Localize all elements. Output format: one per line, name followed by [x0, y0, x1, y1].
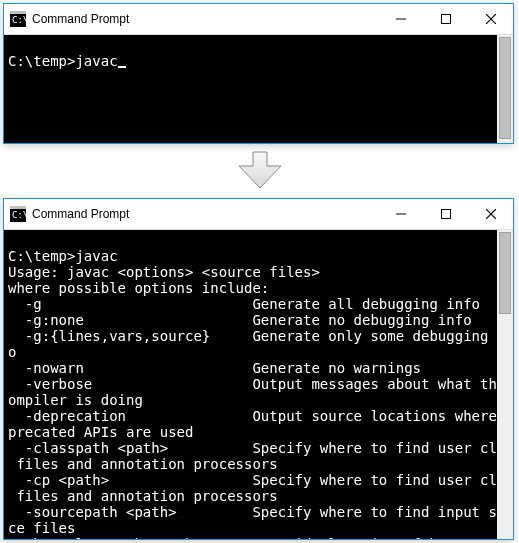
command-text: javac [75, 53, 117, 69]
down-arrow-icon [235, 150, 285, 190]
svg-rect-4 [441, 15, 450, 24]
titlebar: C:\ Command Prompt [4, 4, 513, 35]
console-line: where possible options include: [8, 280, 269, 296]
close-button[interactable] [468, 4, 513, 34]
scrollbar[interactable] [497, 35, 513, 143]
console-line: files and annotation processors [8, 488, 278, 504]
cmd-icon: C:\ [10, 11, 26, 27]
text-cursor [118, 66, 126, 68]
console-line: -g Generate all debugging info [8, 296, 480, 312]
svg-text:C:\: C:\ [12, 15, 26, 25]
console-line: -cp <path> Specify where to find user cl… [8, 472, 513, 488]
transition-arrow [3, 144, 516, 198]
console-line: -bootclasspath <path> Override location … [8, 536, 513, 539]
console-output[interactable]: C:\temp>javac Usage: javac <options> <so… [4, 230, 513, 539]
console-line: -nowarn Generate no warnings [8, 360, 421, 376]
console-line: C:\temp>javac [8, 248, 118, 264]
cmd-icon: C:\ [10, 206, 26, 222]
console-line: -verbose Output messages about what the … [8, 376, 513, 392]
console-output[interactable]: C:\temp>javac [4, 35, 513, 143]
console-line: -g:{lines,vars,source} Generate only som… [8, 328, 513, 344]
console-line: ce files [8, 520, 75, 536]
window-title: Command Prompt [32, 207, 129, 221]
console-line: -deprecation Output source locations whe… [8, 408, 513, 424]
scrollbar-thumb[interactable] [499, 232, 511, 314]
maximize-button[interactable] [423, 199, 468, 229]
console-line: Usage: javac <options> <source files> [8, 264, 320, 280]
prompt-text: C:\temp> [8, 53, 75, 69]
scrollbar-thumb[interactable] [499, 37, 511, 139]
cmd-window-2: C:\ Command Prompt C:\temp>javac Usage: … [3, 198, 514, 540]
console-line: files and annotation processors [8, 456, 278, 472]
console-line: ompiler is doing [8, 392, 143, 408]
svg-rect-1 [10, 11, 26, 14]
console-line: -sourcepath <path> Specify where to find… [8, 504, 513, 520]
minimize-button[interactable] [378, 4, 423, 34]
console-line: -classpath <path> Specify where to find … [8, 440, 513, 456]
titlebar: C:\ Command Prompt [4, 199, 513, 230]
svg-rect-11 [441, 210, 450, 219]
close-button[interactable] [468, 199, 513, 229]
svg-rect-8 [10, 206, 26, 209]
window-title: Command Prompt [32, 12, 129, 26]
minimize-button[interactable] [378, 199, 423, 229]
scrollbar[interactable] [497, 230, 513, 539]
console-line: -g:none Generate no debugging info [8, 312, 472, 328]
console-line: precated APIs are used [8, 424, 193, 440]
console-line: o [8, 344, 16, 360]
cmd-window-1: C:\ Command Prompt C:\temp>javac [3, 3, 514, 144]
svg-text:C:\: C:\ [12, 210, 26, 220]
maximize-button[interactable] [423, 4, 468, 34]
